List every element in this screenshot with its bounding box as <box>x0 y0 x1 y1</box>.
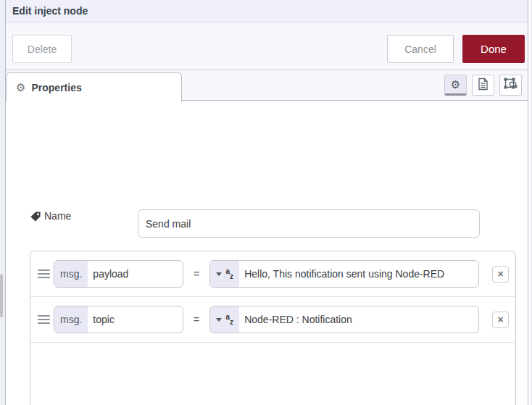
msg-prefix-label[interactable]: msg. <box>54 306 88 333</box>
property-name-input[interactable] <box>88 261 183 287</box>
dialog-title: Edit inject node <box>12 5 88 17</box>
property-typed-input: msg. <box>54 306 183 333</box>
topic-value-input[interactable] <box>239 306 478 333</box>
equals-label: = <box>194 268 199 280</box>
remove-row-button[interactable]: × <box>492 266 509 283</box>
name-form-row: Name <box>30 209 71 222</box>
description-tool-button[interactable] <box>472 75 494 96</box>
remove-row-button[interactable]: × <box>492 312 509 328</box>
gear-icon: ⚙ <box>16 82 25 93</box>
editor-tabbar: ⚙ Properties ⚙ <box>6 70 528 101</box>
tray-toolbar: Delete Cancel Done <box>6 22 528 70</box>
type-select-button[interactable]: az <box>210 261 239 287</box>
property-name-input[interactable] <box>88 306 183 333</box>
msg-prefix-label[interactable]: msg. <box>54 261 88 287</box>
name-input[interactable] <box>138 209 480 238</box>
property-row-topic: msg. = az × <box>30 297 515 343</box>
tab-properties[interactable]: ⚙ Properties <box>6 72 182 101</box>
value-typed-input: az <box>209 306 479 333</box>
close-icon: × <box>497 269 503 279</box>
drag-handle-icon[interactable] <box>38 315 50 324</box>
cancel-button[interactable]: Cancel <box>387 35 454 63</box>
drag-handle-icon[interactable] <box>38 270 50 278</box>
string-type-icon: az <box>225 314 233 326</box>
name-label: Name <box>44 210 71 222</box>
chevron-down-icon <box>216 272 222 276</box>
delete-button[interactable]: Delete <box>12 35 72 63</box>
editor-tab-tools: ⚙ <box>444 75 522 96</box>
gear-icon: ⚙ <box>451 79 460 90</box>
property-typed-input: msg. <box>54 260 183 288</box>
type-select-button[interactable]: az <box>210 306 239 333</box>
tab-properties-label: Properties <box>31 82 81 93</box>
description-icon <box>478 78 489 93</box>
tray-header: Edit inject node <box>6 0 528 22</box>
value-typed-input: az <box>209 260 479 288</box>
properties-tool-button[interactable]: ⚙ <box>444 75 467 96</box>
appearance-tool-button[interactable] <box>499 75 522 96</box>
done-button[interactable]: Done <box>462 35 525 63</box>
appearance-icon <box>504 78 518 93</box>
vertical-scrollbar-thumb[interactable] <box>0 274 3 317</box>
string-type-icon: az <box>225 268 233 280</box>
close-icon: × <box>497 314 503 325</box>
chevron-down-icon <box>216 318 222 322</box>
property-row-payload: msg. = az × <box>30 251 515 297</box>
inject-properties-list: msg. = az × msg. <box>30 251 516 405</box>
equals-label: = <box>194 314 199 325</box>
edit-node-tray: Edit inject node Delete Cancel Done ⚙ Pr… <box>5 0 528 405</box>
payload-value-input[interactable] <box>239 261 478 287</box>
workspace-left-strip <box>0 0 5 405</box>
tag-icon <box>30 211 41 222</box>
tab-content: Name msg. = az × <box>6 101 528 405</box>
